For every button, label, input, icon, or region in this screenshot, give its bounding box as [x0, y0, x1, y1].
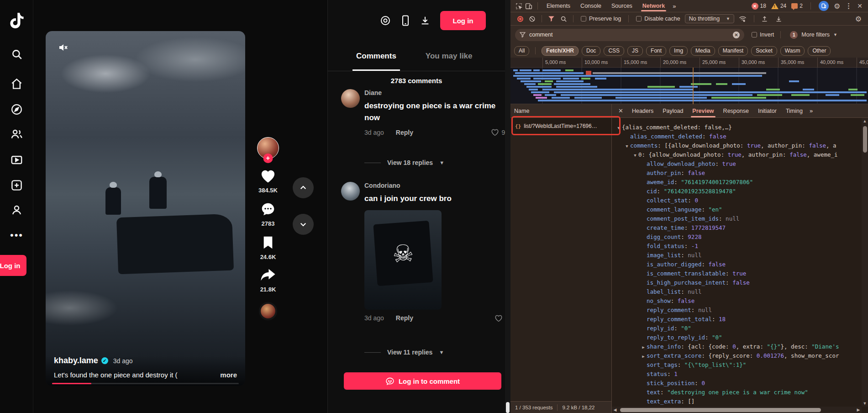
network-conditions-icon[interactable]	[735, 16, 750, 22]
clear-filter-icon[interactable]: ✕	[733, 32, 740, 38]
filter-chip-all[interactable]: All	[514, 46, 529, 56]
filter-chip-css[interactable]: CSS	[604, 46, 624, 56]
kebab-menu-icon[interactable]: ⋮	[845, 2, 852, 10]
get-app-icon[interactable]	[401, 15, 410, 26]
more-details-tabs-icon[interactable]: »	[808, 107, 815, 114]
tab-elements[interactable]: Elements	[542, 0, 574, 12]
scroll-down-icon[interactable]: ▼	[862, 400, 868, 407]
previous-video-button[interactable]	[293, 177, 314, 198]
network-overview-waterfall[interactable]	[510, 68, 868, 104]
sidebar-login-button[interactable]: Log in	[0, 255, 26, 276]
download-icon[interactable]	[420, 15, 430, 26]
commenter-avatar[interactable]	[341, 89, 360, 108]
tab-network[interactable]: Network	[638, 0, 669, 12]
tab-sources[interactable]: Sources	[607, 0, 637, 12]
bookmark-button[interactable]: 24.6K	[256, 235, 280, 260]
json-preview-tree[interactable]: ▼{alias_comment_deleted: false,…}alias_c…	[612, 118, 862, 407]
filter-chip-socket[interactable]: Socket	[751, 46, 777, 56]
comment-button[interactable]: 2783	[256, 202, 280, 227]
filter-chip-manifest[interactable]: Manifest	[718, 46, 748, 56]
home-icon[interactable]	[0, 78, 33, 90]
scroll-left-icon[interactable]: ◀	[612, 407, 618, 413]
video-progress-bar[interactable]	[52, 383, 239, 384]
tab-comments[interactable]: Comments	[356, 41, 396, 71]
console-errors-badge[interactable]: ✕18	[752, 3, 766, 10]
preview-vertical-scrollbar[interactable]: ▲ ▼	[862, 118, 868, 407]
filter-chip-wasm[interactable]: Wasm	[780, 46, 805, 56]
reply-button[interactable]: Reply	[396, 314, 413, 322]
scrollbar-thumb[interactable]	[620, 408, 821, 412]
explore-icon[interactable]	[0, 103, 33, 116]
preserve-log-checkbox[interactable]: Preserve log	[581, 16, 621, 22]
filter-chip-media[interactable]: Media	[691, 46, 715, 56]
video-player[interactable]: khaby.lame ✓ 3d ago Let's found the one …	[46, 31, 245, 386]
comment-image-attachment[interactable]: ☠	[364, 210, 442, 310]
filter-input-pill[interactable]: ✕	[515, 29, 744, 41]
topbar-login-button[interactable]: Log in	[440, 11, 486, 30]
creator-avatar[interactable]: +	[257, 137, 279, 159]
browser-page-scrollbar[interactable]	[505, 0, 510, 413]
preview-horizontal-scrollbar[interactable]: ◀ ▶	[612, 407, 862, 413]
json-tree-line[interactable]: ▶sort_extra_score: {reply_score: 0.00127…	[612, 351, 862, 360]
comment-author[interactable]: Diane	[364, 89, 502, 96]
network-settings-gear-icon[interactable]: ⚙	[855, 15, 862, 23]
search-icon[interactable]	[0, 48, 33, 60]
scroll-up-icon[interactable]: ▲	[862, 118, 868, 124]
view-replies-button[interactable]: View 11 replies▼	[364, 349, 444, 356]
json-tree-line[interactable]: ▶share_info: {acl: {code: 0, extra: "{}"…	[612, 342, 862, 351]
device-toolbar-icon[interactable]	[525, 2, 533, 10]
export-har-icon[interactable]	[772, 16, 785, 22]
expanded-arrow-icon[interactable]: ▼	[624, 142, 630, 151]
tab-response[interactable]: Response	[719, 104, 753, 117]
next-video-button[interactable]	[293, 214, 314, 235]
json-tree-line[interactable]: ▼0: {allow_download_photo: true, author_…	[612, 150, 862, 159]
filter-input[interactable]	[529, 32, 729, 38]
tab-payload[interactable]: Payload	[658, 104, 687, 117]
filter-chip-img[interactable]: Img	[669, 46, 688, 56]
scrollbar-thumb[interactable]	[863, 126, 867, 153]
reply-button[interactable]: Reply	[396, 129, 413, 136]
filter-chip-fetch-xhr[interactable]: Fetch/XHR	[542, 46, 579, 56]
collapsed-arrow-icon[interactable]: ▶	[640, 343, 647, 352]
tab-headers[interactable]: Headers	[628, 104, 658, 117]
profile-icon[interactable]	[0, 204, 33, 216]
record-network-log-icon[interactable]	[515, 16, 526, 22]
tab-console[interactable]: Console	[576, 0, 605, 12]
device-mode-active-icon[interactable]	[819, 1, 829, 11]
creator-tools-icon[interactable]	[380, 15, 391, 26]
filter-icon[interactable]	[546, 16, 557, 22]
share-button[interactable]: 21.8K	[256, 269, 280, 293]
import-har-icon[interactable]	[758, 16, 771, 22]
filter-chip-other[interactable]: Other	[808, 46, 831, 56]
following-icon[interactable]	[0, 128, 33, 140]
comment-like-button[interactable]: 6	[494, 314, 505, 322]
comment-like-button[interactable]: 92	[491, 128, 505, 136]
inspect-element-icon[interactable]	[515, 2, 523, 10]
sound-disc-avatar[interactable]	[259, 302, 277, 320]
scroll-right-icon[interactable]: ▶	[855, 407, 862, 413]
tab-initiator[interactable]: Initiator	[754, 104, 781, 117]
clear-network-log-icon[interactable]	[526, 16, 538, 22]
scrollbar-thumb[interactable]	[506, 402, 510, 413]
tab-preview[interactable]: Preview	[688, 104, 718, 117]
search-network-icon[interactable]	[558, 16, 569, 22]
filter-chip-font[interactable]: Font	[646, 46, 666, 56]
invert-checkbox[interactable]: Invert	[752, 32, 774, 38]
expanded-arrow-icon[interactable]: ▼	[632, 151, 638, 160]
upload-icon[interactable]	[0, 179, 33, 191]
throttling-dropdown[interactable]: No throttling▼	[685, 14, 734, 23]
more-filters-dropdown[interactable]: More filters	[801, 32, 830, 38]
more-icon[interactable]: •••	[0, 229, 33, 241]
more-filters-caret-icon[interactable]: ▼	[833, 32, 837, 37]
close-details-icon[interactable]: ✕	[615, 107, 627, 114]
mute-icon[interactable]	[58, 42, 68, 55]
tiktok-logo-icon[interactable]	[0, 13, 33, 28]
json-tree-line[interactable]: ▼comments: [{allow_download_photo: true,…	[612, 141, 862, 150]
video-username[interactable]: khaby.lame	[54, 356, 98, 365]
console-warnings-badge[interactable]: 24	[771, 3, 786, 9]
collapsed-arrow-icon[interactable]: ▶	[640, 352, 647, 361]
caption-more-button[interactable]: more	[220, 371, 237, 379]
issues-badge[interactable]: 2	[791, 3, 803, 9]
settings-gear-icon[interactable]: ⚙	[834, 2, 840, 11]
tab-timing[interactable]: Timing	[782, 104, 807, 117]
